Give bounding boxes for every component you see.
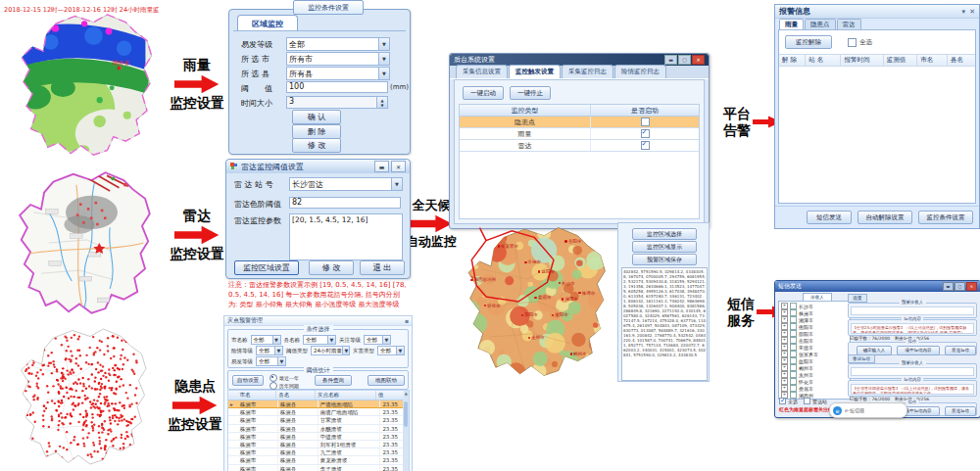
scrollbar-thumb[interactable]: [404, 401, 408, 427]
level-select[interactable]: 全部▼: [286, 37, 390, 51]
checkbox-icon[interactable]: [848, 38, 857, 47]
table-row[interactable]: 株洲市 株洲县 甘家滑坡 23.35: [228, 416, 409, 424]
close-icon[interactable]: ✕: [391, 161, 406, 172]
exit-button[interactable]: 退 出: [360, 260, 405, 275]
close-icon[interactable]: ✕: [692, 55, 705, 65]
chevron-down-icon[interactable]: ▼: [277, 357, 285, 365]
col-header-city[interactable]: 市名: [237, 391, 275, 400]
tree-item-city[interactable]: +湘潭市: [781, 316, 848, 323]
table-row[interactable]: 株洲市 株洲县 刘军村1组滑坡 23.35: [228, 441, 409, 448]
maximize-icon[interactable]: ▢: [678, 55, 691, 65]
minimize-icon[interactable]: ▬: [664, 55, 677, 65]
expander-icon[interactable]: +: [781, 351, 788, 357]
expander-icon[interactable]: +: [781, 323, 788, 330]
sms-section-rain-tab[interactable]: 雨量: [848, 294, 867, 303]
expander-icon[interactable]: +: [781, 371, 788, 378]
region-coordinates-textarea[interactable]: 402842, 5751590.5, 329814.2, 4338305.8, …: [621, 267, 708, 381]
chevron-down-icon[interactable]: ▼: [342, 347, 350, 354]
start-all-button[interactable]: 一键启动: [463, 86, 504, 100]
send-button[interactable]: 发送短信: [945, 406, 976, 416]
tab-collect-log[interactable]: 采集监控日志: [562, 65, 613, 78]
col-header-value[interactable]: 值: [375, 391, 404, 400]
checkbox-icon[interactable]: [790, 323, 797, 330]
alarm-col-header[interactable]: 监测值: [883, 55, 916, 66]
maximize-icon[interactable]: ▢: [955, 282, 965, 291]
close-icon[interactable]: ✕: [966, 282, 977, 291]
filter-select[interactable]: 全部▼: [256, 356, 286, 366]
checkbox-icon[interactable]: [641, 118, 650, 126]
table-row[interactable]: 雷达: [460, 140, 699, 152]
expander-icon[interactable]: +: [781, 309, 788, 316]
save-warning-region-button[interactable]: 预警区域保存: [632, 254, 697, 265]
scrollbar-up-icon[interactable]: ▲: [404, 391, 409, 400]
expander-icon[interactable]: +: [781, 378, 788, 385]
send-button[interactable]: 发送短信: [945, 346, 976, 355]
col-header-site[interactable]: 灾点名称: [315, 391, 375, 400]
send-sms-button[interactable]: 短信发送: [807, 211, 852, 224]
show-monitor-region-button[interactable]: 监控区域显示: [632, 241, 697, 253]
expander-icon[interactable]: +: [781, 344, 788, 351]
checkbox-icon[interactable]: [790, 330, 797, 337]
auto-set-button[interactable]: 自动设置: [232, 375, 264, 386]
select-monitor-region-button[interactable]: 监控区域选择: [632, 228, 697, 240]
table-scrollbar[interactable]: [403, 400, 409, 471]
table-row[interactable]: 株洲市 株洲县 黄龙桥滑坡 23.35: [228, 456, 409, 464]
checkbox-icon[interactable]: [790, 378, 797, 385]
tree-item-city[interactable]: +常德市: [781, 344, 848, 351]
floating-tab-monitor-condition[interactable]: 监控条件设置: [293, 0, 364, 15]
col-header-county[interactable]: 县名: [275, 391, 315, 400]
confirm-button[interactable]: 确 认: [292, 110, 341, 124]
checkbox-icon[interactable]: [790, 303, 797, 309]
tree-item-city[interactable]: +娄底市: [781, 385, 848, 392]
table-row[interactable]: 雨量: [460, 128, 699, 140]
expander-icon[interactable]: +: [781, 385, 788, 392]
expander-icon[interactable]: +: [781, 303, 788, 309]
map-link-button[interactable]: 地图联动: [368, 375, 405, 386]
radar-params-textarea[interactable]: [20, 1.5, 4.5, 12, 16]: [289, 213, 403, 260]
clear-content-button[interactable]: 清空短信内容: [897, 346, 940, 355]
chevron-down-icon[interactable]: ▼: [378, 38, 389, 50]
chevron-down-icon[interactable]: ▼: [382, 336, 390, 344]
table-row[interactable]: 隐患点: [460, 117, 699, 128]
close-icon[interactable]: ✕: [969, 8, 975, 16]
chevron-down-icon[interactable]: ▼: [396, 347, 404, 354]
checkbox-icon[interactable]: [790, 371, 797, 378]
tab-region-monitor[interactable]: 区域监控: [237, 15, 298, 31]
alarm-col-header[interactable]: 县名: [947, 55, 975, 66]
minimize-icon[interactable]: ▬: [374, 161, 389, 172]
monitor-region-settings-button[interactable]: 监控区域设置: [234, 260, 299, 275]
minimize-icon[interactable]: ▬: [943, 282, 954, 291]
table-row[interactable]: 株洲市 株洲县 李子滑坡 23.35: [228, 465, 409, 471]
tab-danger-log[interactable]: 险情监控日志: [614, 65, 666, 78]
alarm-col-header[interactable]: 市名: [916, 55, 947, 66]
sms-section-radar-tab[interactable]: 雷达短信: [848, 354, 875, 363]
alarm-col-header[interactable]: 报警时间: [840, 55, 882, 66]
sms-select-all-checkbox[interactable]: 全选: [779, 398, 798, 404]
checkbox-icon[interactable]: [779, 398, 786, 404]
table-row[interactable]: 株洲市 株洲县 南塘厂地面塌陷 23.35: [228, 408, 409, 416]
tree-item-city[interactable]: +张家界市: [781, 351, 848, 357]
chevron-down-icon[interactable]: ▼: [378, 68, 389, 79]
table-row[interactable]: ▸ 株洲市 株洲县 严塘地面塌陷 23.35: [228, 400, 409, 408]
pin-icon[interactable]: ▪: [405, 317, 409, 324]
radar-scale-input[interactable]: 82: [289, 197, 401, 209]
recipients-box[interactable]: [851, 367, 974, 376]
stop-all-button[interactable]: 一键停止: [510, 86, 551, 100]
tree-item-city[interactable]: +永州市: [781, 371, 848, 378]
tree-item-city[interactable]: +岳阳市: [781, 337, 848, 344]
modify-button[interactable]: 修 改: [309, 260, 354, 275]
tree-item-city[interactable]: +衡阳市: [781, 323, 848, 330]
checkbox-icon[interactable]: [641, 129, 650, 138]
expander-icon[interactable]: +: [781, 357, 788, 364]
chevron-down-icon[interactable]: ▼: [274, 347, 282, 354]
radio-icon[interactable]: [270, 382, 277, 390]
tab-collect-info[interactable]: 采集信息设置: [456, 65, 508, 78]
checkbox-icon[interactable]: [641, 141, 650, 150]
tree-item-city[interactable]: +长沙市: [781, 303, 848, 309]
radio-history-period[interactable]: 历年同期: [270, 382, 299, 390]
monitor-condition-settings-button[interactable]: 监控条件设置: [918, 211, 973, 224]
timespan-stepper[interactable]: 3 ▲▼: [286, 96, 388, 109]
checkbox-icon[interactable]: [790, 385, 797, 392]
sms-content-text[interactable]: 【全省24小时雨量监控预警】：(以上站点信息)，达到预警阈值标准，请相关单位做好…: [851, 323, 974, 334]
checkbox-icon[interactable]: [790, 357, 797, 364]
